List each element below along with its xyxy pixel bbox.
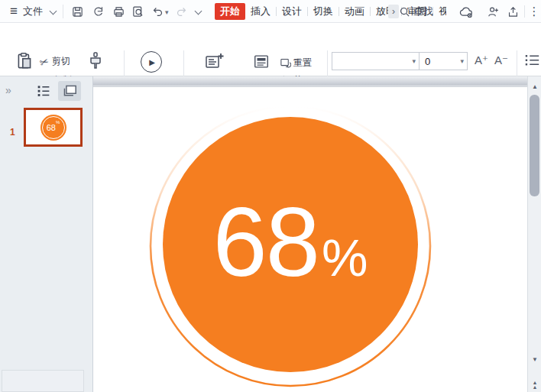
file-chevron-icon	[50, 8, 57, 15]
slide-panel: » 1 68 %	[0, 76, 93, 392]
output-button[interactable]	[89, 4, 106, 19]
share-button[interactable]	[504, 4, 521, 19]
share-icon	[507, 5, 520, 18]
scissors-icon: ✂	[38, 54, 50, 69]
font-size-dropdown-icon: ▾	[460, 58, 464, 65]
thumbnail-percent-value: 68	[47, 115, 56, 141]
undo-button[interactable]	[149, 4, 166, 19]
wps-presentation-window: ≡ 文件	[0, 0, 541, 392]
scroll-down-icon[interactable]: ▼	[528, 357, 541, 363]
file-menu-label: 文件	[23, 5, 43, 18]
play-icon: ▶	[149, 58, 155, 66]
menubar-divider	[63, 5, 63, 18]
preview-icon	[131, 5, 144, 18]
search-label: 查找	[413, 5, 433, 18]
thumbnail-percent-unit: %	[56, 111, 60, 134]
font-name-dropdown-icon: ▾	[412, 58, 416, 65]
tab-view[interactable]: 视	[433, 3, 446, 20]
more-menu-button[interactable]: ⋮	[529, 4, 539, 19]
font-name-select[interactable]: ▾	[332, 53, 420, 70]
file-menu-button[interactable]: 文件	[23, 5, 43, 18]
new-slide-button[interactable]	[202, 51, 226, 72]
format-painter-button[interactable]	[84, 50, 107, 72]
cut-label: 剪切	[52, 55, 70, 68]
vertical-scrollbar[interactable]: ▲ ▼ ▲ ▲	[527, 76, 541, 392]
percent-unit: %	[322, 232, 368, 283]
save-button[interactable]	[69, 4, 86, 19]
canvas-top-edge	[93, 76, 527, 87]
person-plus-icon	[487, 5, 500, 18]
menubar: ≡ 文件	[0, 0, 541, 23]
shrink-font-button[interactable]: A⁻	[492, 52, 510, 69]
font-controls: ▾ 0 ▾	[332, 52, 468, 70]
font-size-select[interactable]: 0 ▾	[420, 53, 467, 70]
ribbon-toolbar: 粘贴 ▾ ✂ 剪切 复制 格式刷 ▶ 当页开始 ▾	[0, 23, 541, 76]
slide-canvas[interactable]: 68 %	[93, 76, 527, 392]
quick-access-more-icon[interactable]	[195, 8, 202, 15]
redo-button[interactable]	[173, 4, 190, 19]
tab-insert[interactable]: 插入	[245, 3, 276, 20]
tabs-overflow-button[interactable]: ›	[388, 5, 399, 18]
undo-icon	[151, 5, 164, 18]
bullet-list-icon	[523, 53, 540, 67]
slide-view-button[interactable]	[58, 81, 81, 101]
print-preview-button[interactable]	[129, 4, 146, 19]
panel-footer	[2, 370, 84, 392]
save-icon	[71, 5, 84, 18]
reset-button[interactable]: 重置	[280, 57, 319, 70]
panel-expand-icon[interactable]: »	[5, 84, 11, 96]
page-up-icon: ▲	[533, 385, 538, 390]
slide-number: 1	[10, 127, 15, 138]
format-painter-icon	[86, 51, 105, 71]
main-menu-icon[interactable]: ≡	[6, 5, 21, 18]
percent-circle-shape[interactable]: 68 %	[163, 117, 418, 372]
print-button[interactable]	[110, 4, 127, 19]
reset-icon	[280, 57, 291, 69]
outline-view-button[interactable]	[32, 81, 55, 101]
cut-button[interactable]: ✂ 剪切	[40, 55, 79, 68]
play-from-current-button[interactable]: ▶	[141, 51, 162, 73]
slide-thumbnail[interactable]: 68 %	[24, 108, 83, 147]
scrollbar-thumb[interactable]	[530, 95, 539, 196]
outline-view-icon	[36, 84, 51, 98]
reset-label: 重置	[293, 57, 312, 70]
cloud-off-icon	[459, 5, 474, 18]
tab-home[interactable]: 开始	[215, 3, 245, 20]
paste-icon	[15, 51, 34, 71]
tab-transition[interactable]: 切换	[308, 3, 339, 20]
menubar-divider	[524, 5, 525, 18]
search-icon	[399, 6, 410, 18]
paste-button[interactable]	[12, 50, 37, 72]
search-button[interactable]: 查找	[399, 4, 433, 19]
layout-button[interactable]	[252, 53, 270, 70]
undo-dropdown-icon[interactable]: ▾	[165, 9, 169, 16]
layout-icon	[253, 53, 270, 70]
percent-text: 68 %	[163, 193, 418, 291]
slide-view-icon	[61, 84, 78, 98]
redo-icon	[175, 5, 188, 18]
scroll-up-icon[interactable]: ▲	[528, 84, 541, 90]
cloud-sync-button[interactable]	[457, 4, 475, 19]
export-icon	[92, 5, 105, 18]
invite-collaborator-button[interactable]	[484, 4, 501, 19]
thumbnail-circle: 68 %	[40, 115, 66, 141]
printer-icon	[112, 5, 125, 18]
grow-font-button[interactable]: A⁺	[472, 52, 491, 69]
tab-animation[interactable]: 动画	[339, 3, 370, 20]
new-slide-icon	[204, 52, 225, 71]
percent-value: 68	[213, 193, 319, 291]
font-size-value: 0	[425, 56, 430, 67]
bullet-list-button[interactable]	[523, 52, 541, 67]
tab-design[interactable]: 设计	[277, 3, 307, 20]
previous-slide-button[interactable]: ▲ ▲	[528, 381, 541, 389]
